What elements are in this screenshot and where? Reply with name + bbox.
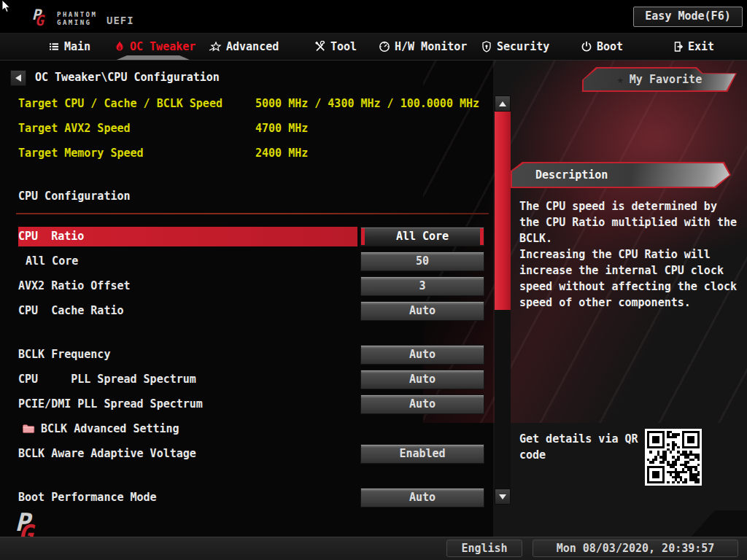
pcie-dmi-pll-value-button[interactable]: Auto	[360, 394, 484, 414]
folder-icon	[22, 423, 35, 435]
nav-advanced-label: Advanced	[226, 40, 279, 53]
gauge-icon	[379, 41, 390, 52]
star-icon	[209, 41, 222, 52]
row-bclk-aware-adaptive-voltage[interactable]: BCLK Aware Adaptive Voltage Enabled	[0, 444, 493, 464]
nav-security-label: Security	[497, 40, 549, 53]
target-avx2-label: Target AVX2 Speed	[18, 122, 131, 135]
favorite-star-icon: ★	[617, 73, 624, 86]
row-label: Boot Performance Mode	[18, 491, 157, 504]
datetime-display: Mon 08/03/2020, 20:39:57	[533, 540, 738, 557]
cpu-pll-value-button[interactable]: Auto	[360, 370, 484, 389]
row-avx2-ratio-offset[interactable]: AVX2 Ratio Offset 3	[0, 276, 493, 296]
brand-uefi: UEFI	[107, 15, 134, 26]
list-icon	[48, 41, 60, 52]
nav-exit-label: Exit	[688, 40, 714, 53]
door-icon	[672, 41, 684, 52]
target-cpu-value: 5000 MHz / 4300 MHz / 100.0000 MHz	[255, 97, 479, 110]
tools-icon	[314, 41, 326, 52]
scrollbar	[495, 96, 511, 505]
scroll-up-button[interactable]	[495, 96, 511, 112]
back-icon	[15, 74, 21, 82]
nav-boot-label: Boot	[597, 40, 623, 53]
row-label: BCLK Advanced Setting	[41, 422, 179, 435]
scroll-down-button[interactable]	[495, 489, 511, 505]
flame-icon	[114, 41, 125, 52]
breadcrumb: OC Tweaker\CPU Configuration	[35, 71, 220, 84]
cache-ratio-value-button[interactable]: Auto	[360, 301, 484, 321]
phantom-gaming-logo-icon: P G	[28, 7, 53, 28]
nav-oc-tweaker-label: OC Tweaker	[130, 40, 196, 53]
description-text: The CPU speed is determined by the CPU R…	[519, 198, 741, 311]
row-cpu-pll-spread-spectrum[interactable]: CPU PLL Spread Spectrum Auto	[0, 370, 493, 389]
row-all-core[interactable]: All Core 50	[0, 252, 493, 271]
target-cpu-label: Target CPU / Cache / BCLK Speed	[18, 97, 222, 110]
language-button[interactable]: English	[446, 540, 522, 557]
bios-screen: P G PHANTOM GAMING UEFI Easy Mode(F6) Ma…	[0, 0, 747, 560]
target-avx2-row: Target AVX2 Speed 4700 MHz	[0, 122, 493, 136]
target-memory-value: 2400 MHz	[255, 147, 308, 160]
brand-gaming: GAMING	[57, 19, 92, 26]
all-core-value-button[interactable]: 50	[360, 252, 484, 271]
row-label: All Core	[26, 254, 78, 268]
row-label: CPU PLL Spread Spectrum	[18, 373, 196, 386]
boot-performance-value-button[interactable]: Auto	[360, 488, 484, 508]
my-favorite-tab[interactable]: ★My Favorite	[582, 67, 737, 92]
nav-hw-monitor[interactable]: H/W Monitor	[379, 33, 467, 60]
bclk-aware-value-button[interactable]: Enabled	[360, 444, 484, 464]
row-bclk-advanced-setting[interactable]: BCLK Advanced Setting	[0, 419, 493, 439]
row-label: CPU Cache Ratio	[18, 304, 124, 317]
easy-mode-button[interactable]: Easy Mode(F6)	[633, 7, 743, 27]
avx2-offset-value-button[interactable]: 3	[360, 276, 484, 296]
description-title: Description	[512, 163, 729, 187]
qr-code	[645, 429, 702, 486]
qr-caption: Get details via QR code	[519, 431, 645, 463]
row-cpu-cache-ratio[interactable]: CPU Cache Ratio Auto	[0, 301, 493, 321]
section-separator	[16, 213, 489, 214]
nav-exit[interactable]: Exit	[672, 33, 714, 60]
nav-advanced[interactable]: Advanced	[209, 33, 279, 60]
row-pcie-dmi-pll-spread-spectrum[interactable]: PCIE/DMI PLL Spread Spectrum Auto	[0, 394, 493, 414]
row-cpu-ratio[interactable]: CPU Ratio All Core	[0, 227, 493, 246]
row-label: CPU Ratio	[18, 230, 84, 243]
row-boot-performance-mode[interactable]: Boot Performance Mode Auto	[0, 488, 493, 508]
target-cpu-row: Target CPU / Cache / BCLK Speed 5000 MHz…	[0, 97, 493, 112]
nav-main-label: Main	[64, 40, 90, 53]
nav-boot[interactable]: Boot	[581, 33, 623, 60]
active-tab-underline	[117, 55, 190, 60]
power-icon	[581, 41, 592, 52]
row-label: AVX2 Ratio Offset	[18, 279, 131, 292]
scroll-up-icon	[499, 101, 506, 106]
target-memory-label: Target Memory Speed	[18, 147, 144, 160]
cpu-ratio-value-button[interactable]: All Core	[360, 227, 484, 246]
brand-phantom: PHANTOM	[57, 11, 97, 18]
row-label: BCLK Aware Adaptive Voltage	[18, 447, 196, 460]
nav-security[interactable]: Security	[481, 33, 549, 60]
nav-hw-monitor-label: H/W Monitor	[395, 40, 467, 53]
shield-icon	[481, 41, 492, 52]
footer-bar: English Mon 08/03/2020, 20:39:57	[0, 537, 747, 560]
section-title: CPU Configuration	[18, 190, 131, 203]
back-button[interactable]	[10, 70, 26, 86]
bclk-frequency-value-button[interactable]: Auto	[360, 345, 484, 365]
row-label: BCLK Frequency	[18, 348, 110, 361]
target-memory-row: Target Memory Speed 2400 MHz	[0, 147, 493, 161]
scrollbar-thumb[interactable]	[495, 112, 511, 310]
description-header: Description	[511, 162, 731, 188]
main-menu-bar: Main OC Tweaker Advanced Tool H/W Monito…	[0, 33, 747, 61]
row-bclk-frequency[interactable]: BCLK Frequency Auto	[0, 345, 493, 365]
target-avx2-value: 4700 MHz	[255, 122, 308, 135]
nav-tool[interactable]: Tool	[314, 33, 357, 60]
nav-tool-label: Tool	[330, 40, 357, 53]
row-label: PCIE/DMI PLL Spread Spectrum	[18, 397, 203, 411]
nav-main[interactable]: Main	[48, 33, 90, 60]
my-favorite-label: My Favorite	[630, 73, 702, 86]
scroll-down-icon	[499, 494, 506, 499]
